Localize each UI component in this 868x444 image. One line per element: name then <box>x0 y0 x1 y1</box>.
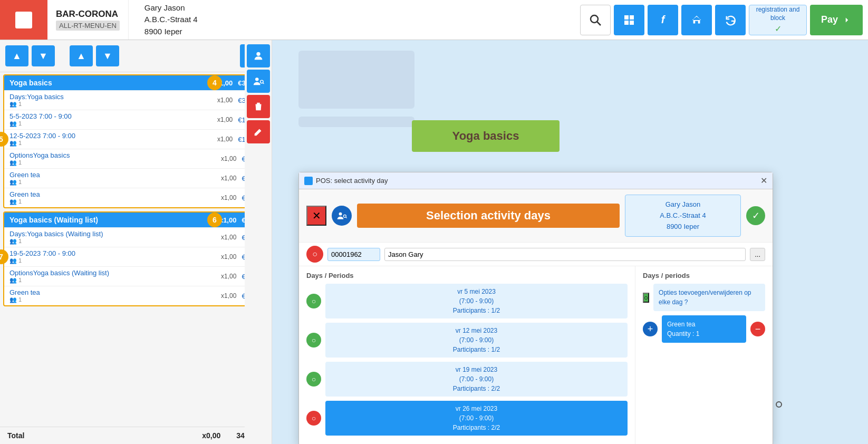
sub-days-yoga[interactable]: Days:Yoga basics 👥 1 x1,00 €30,00 <box>4 90 264 110</box>
day-item-2: ○ vr 12 mei 2023 (7:00 - 9:00) Participa… <box>306 323 628 358</box>
scroll-up-left[interactable]: ▲ <box>5 45 28 66</box>
sub-date-waiting[interactable]: 19-5-2023 7:00 - 9:00 👥 1 x1,00 €0,00 7 <box>4 247 264 266</box>
modal-close-button[interactable]: ✕ <box>760 176 767 186</box>
brand-name: BAR-CORONA <box>56 9 120 20</box>
sub-greentea-waiting[interactable]: Green tea 👥 1 x1,00 €0,00 <box>4 286 264 305</box>
day-toggle-1[interactable]: ○ <box>306 294 321 308</box>
pay-button[interactable]: Pay <box>810 5 863 35</box>
person-icon-btn[interactable] <box>247 44 270 67</box>
days-panel-title: Days / Periods <box>306 272 628 279</box>
home-button[interactable] <box>681 5 712 35</box>
pay-label: Pay <box>821 14 838 25</box>
modal-title-bar: POS: select activity day ✕ <box>299 172 773 189</box>
sub-greentea2[interactable]: Green tea 👥 1 x1,00 €2,20 <box>4 188 264 207</box>
svg-rect-4 <box>624 21 629 25</box>
search-button[interactable] <box>580 5 611 35</box>
refresh-button[interactable] <box>715 5 746 35</box>
day-item-3: ○ vr 19 mei 2023 (7:00 - 9:00) Participa… <box>306 362 628 397</box>
cancel-button[interactable]: ✕ <box>306 206 326 226</box>
more-search-button[interactable]: ... <box>750 248 765 261</box>
day-item-4: ○ vr 26 mei 2023 (7:00 - 9:00) Participa… <box>306 401 628 436</box>
users-search-btn[interactable] <box>247 70 270 93</box>
badge-4: 4 <box>207 75 222 90</box>
order-header-yoga[interactable]: Yoga basics 4 x1,00 €34,40 <box>4 75 264 90</box>
total-label: Total <box>7 431 202 440</box>
day-card-4[interactable]: vr 26 mei 2023 (7:00 - 9:00) Participant… <box>325 401 628 436</box>
options-panel: Days / periods ○ Opties toevoegen/verwij… <box>635 266 773 444</box>
customer-name: Gary Jason <box>144 2 559 14</box>
option-plus-btn[interactable]: + <box>643 322 658 336</box>
customer-info: Gary Jason A.B.C.-Straat 4 8900 Ieper <box>129 0 575 40</box>
modal-header-row: ✕ Selection activity days Gary Jason A.B… <box>299 189 773 243</box>
svg-line-14 <box>346 217 347 218</box>
sub-options-waiting[interactable]: OptionsYoga basics (Waiting list) 👥 1 x1… <box>4 266 264 286</box>
user-search-button[interactable] <box>332 206 352 226</box>
option-item-2: + Green teaQuantity : 1 − <box>643 315 765 343</box>
name-search-input[interactable] <box>384 248 746 261</box>
function-button[interactable]: f <box>648 5 678 35</box>
customer-city: 8900 Ieper <box>144 26 559 38</box>
sub-date1[interactable]: 5-5-2023 7:00 - 9:00 👥 1 x1,00 €15,00 <box>4 110 264 129</box>
bg-card-1 <box>298 51 414 109</box>
main-area: Yoga basics POS: select activity day ✕ ✕… <box>272 40 868 444</box>
scroll-down-left[interactable]: ▼ <box>32 45 55 66</box>
sub-days-waiting[interactable]: Days:Yoga basics (Waiting list) 👥 1 x1,0… <box>4 227 264 247</box>
day-card-2[interactable]: vr 12 mei 2023 (7:00 - 9:00) Participant… <box>325 323 628 358</box>
sub-date2[interactable]: 12-5-2023 7:00 - 9:00 👥 1 x1,00 €15,00 5 <box>4 129 264 149</box>
days-panel: Days / Periods ○ vr 5 mei 2023 (7:00 - 9… <box>299 266 635 444</box>
day-toggle-4[interactable]: ○ <box>306 411 321 426</box>
day-card-1[interactable]: vr 5 mei 2023 (7:00 - 9:00) Participants… <box>325 284 628 318</box>
modal-customer-name: Gary Jason <box>632 199 734 210</box>
left-toolbar: ▲ ▼ ▲ ▼ <box>0 40 268 72</box>
option-toggle-1[interactable]: ○ <box>643 293 649 303</box>
sub-date1-text: 5-5-2023 7:00 - 9:00 <box>9 112 217 120</box>
order-group-waiting: Yoga basics (Waiting list) 6 x1,00 €0,00… <box>3 211 265 306</box>
modal-customer-box: Gary Jason A.B.C.-Straat 4 8900 Ieper <box>625 195 741 237</box>
modal-search-row: ○ ... <box>299 243 773 266</box>
id-input[interactable] <box>327 248 380 261</box>
day-toggle-2[interactable]: ○ <box>306 333 321 348</box>
order-header-waiting[interactable]: Yoga basics (Waiting list) 6 x1,00 €0,00 <box>4 213 264 227</box>
grid-button[interactable] <box>614 5 644 35</box>
order-label-waiting: Yoga basics (Waiting list) <box>9 216 98 224</box>
top-actions: f registration and block ✓ Pay <box>575 0 868 40</box>
svg-point-10 <box>261 80 264 83</box>
customer-address: A.B.C.-Straat 4 <box>144 14 559 26</box>
brand-sub: ALL-RT-MENU-EN <box>56 21 120 31</box>
sub-options-yoga[interactable]: OptionsYoga basics 👥 1 x1,00 €4,40 <box>4 149 264 168</box>
registration-block-button[interactable]: registration and block ✓ <box>749 5 807 35</box>
scroll-up-right[interactable]: ▲ <box>70 45 93 66</box>
modal-confirm-button[interactable]: ✓ <box>746 206 765 225</box>
modal-body: ✕ Selection activity days Gary Jason A.B… <box>299 189 773 444</box>
total-qty: x0,00 <box>202 431 220 440</box>
day-card-3[interactable]: vr 19 mei 2023 (7:00 - 9:00) Participant… <box>325 362 628 397</box>
sub-options-text: OptionsYoga basics <box>9 151 221 159</box>
modal-customer-city: 8900 Ieper <box>632 221 734 233</box>
day-toggle-3[interactable]: ○ <box>306 372 321 387</box>
order-footer: Total x0,00 34,40 € <box>0 427 268 444</box>
order-list: Yoga basics 4 x1,00 €34,40 Days:Yoga bas… <box>0 72 268 427</box>
clear-search-button[interactable]: ○ <box>306 246 323 263</box>
option-text-2[interactable]: Green teaQuantity : 1 <box>662 315 746 343</box>
delete-btn[interactable] <box>247 95 270 118</box>
order-label-yoga: Yoga basics <box>9 79 52 87</box>
badge-7: 7 <box>0 249 8 264</box>
check-icon: ✓ <box>775 24 782 34</box>
badge-6: 6 <box>207 213 222 227</box>
option-text-1[interactable]: Opties toevoegen/verwijderen op elke dag… <box>653 284 765 311</box>
svg-point-0 <box>591 15 598 23</box>
scroll-down-right[interactable]: ▼ <box>96 45 119 66</box>
edit-btn[interactable] <box>247 120 270 143</box>
option-item-1: ○ Opties toevoegen/verwijderen op elke d… <box>643 284 765 311</box>
top-bar: BAR-CORONA ALL-RT-MENU-EN Gary Jason A.B… <box>0 0 868 40</box>
svg-point-12 <box>339 213 342 216</box>
side-icons <box>245 40 272 444</box>
option-minus-btn[interactable]: − <box>750 322 765 336</box>
sub-greentea1[interactable]: Green tea 👥 1 x1,00 €2,20 <box>4 168 264 188</box>
modal-icon <box>304 177 313 185</box>
modal-title-text: POS: select activity day <box>316 177 388 185</box>
svg-rect-5 <box>630 21 634 25</box>
svg-point-9 <box>255 78 258 81</box>
day-item-1: ○ vr 5 mei 2023 (7:00 - 9:00) Participan… <box>306 284 628 318</box>
order-group-yoga: Yoga basics 4 x1,00 €34,40 Days:Yoga bas… <box>3 74 265 208</box>
